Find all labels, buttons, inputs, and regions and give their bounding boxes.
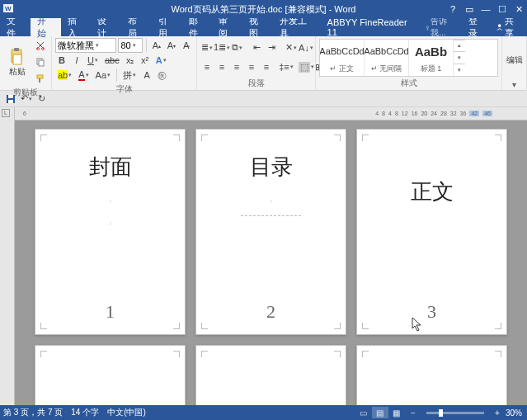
page-2[interactable]: 目录 ⁞ 2 [195,129,346,335]
clear-format-button[interactable]: A̶ [180,38,193,53]
ruler-tick: 4 [388,111,392,116]
page-4[interactable] [35,345,186,405]
status-page[interactable]: 第 3 页，共 7 页 [3,407,63,418]
underline-button[interactable]: U [85,53,101,68]
justify-button[interactable]: ≡ [245,59,258,74]
page-heading: 目录 [196,153,346,182]
view-web-button[interactable]: ▦ [388,407,405,418]
page-6[interactable] [356,345,507,405]
asian-layout-button[interactable]: ✕ [285,40,298,55]
tell-me[interactable]: ♀ 告诉我... [421,18,463,36]
page-3[interactable]: 正文 3 [356,129,507,335]
style-normal[interactable]: AaBbCcDd ↵ 正文 [320,40,365,76]
tab-references[interactable]: 引用 [152,18,182,36]
superscript-button[interactable]: x² [139,53,152,68]
page-heading: 正文 [357,177,506,206]
cut-button[interactable] [33,38,48,53]
italic-button[interactable]: I [70,53,83,68]
share-button[interactable]: 共享 [491,18,527,36]
bullets-button[interactable]: ≣ [200,40,214,55]
zoom-out-button[interactable]: − [405,407,421,418]
decrease-indent-button[interactable]: ⇤ [250,40,263,55]
style-nospacing[interactable]: AaBbCcDd ↵ 无间隔 [365,40,409,76]
tab-view[interactable]: 视图 [242,18,273,36]
group-paragraph-label: 段落 [200,77,312,90]
increase-indent-button[interactable]: ⇥ [265,40,278,55]
format-painter-button[interactable] [33,71,48,86]
workspace: L 6 4 8 4 8 12 16 20 24 28 32 36 42 46 封… [0,107,527,405]
shading-button[interactable]: ⬚ [299,59,313,74]
font-name-value: 微软雅黑 [58,40,94,52]
copy-button[interactable] [33,54,48,69]
login-button[interactable]: 登录 [463,18,491,36]
sort-button[interactable]: A↓ [299,40,313,55]
ruler-tick: 24 [431,111,437,116]
font-name-combo[interactable]: 微软雅黑▾ [55,38,116,53]
styles-gallery[interactable]: AaBbCcDd ↵ 正文 AaBbCcDd ↵ 无间隔 AaBb 标题 1 ▴… [319,39,498,77]
tab-selector[interactable]: L [2,109,10,117]
change-case-button[interactable]: Aa [93,68,113,83]
align-center-button[interactable]: ≡ [215,59,228,74]
zoom-in-button[interactable]: + [489,407,506,418]
page-number: 2 [196,301,346,323]
vertical-ruler[interactable]: L [0,107,15,405]
align-right-button[interactable]: ≡ [230,59,243,74]
page-1[interactable]: 封面 ⁞ ⁞ 1 [35,129,186,335]
paste-label: 粘贴 [9,66,26,78]
editing-menu[interactable]: 编辑 [506,51,523,66]
view-print-button[interactable]: ▤ [372,407,388,418]
phonetic-button[interactable]: 拼 [120,68,139,83]
gallery-up[interactable]: ▴ [454,40,465,52]
group-editing-label: ▾ [506,79,523,90]
zoom-slider[interactable] [426,412,484,414]
tab-home[interactable]: 开始 [31,18,61,36]
ruler-tick: 36 [460,111,467,116]
group-clipboard-label: 剪贴板 [3,86,48,99]
paragraph-mark: ⁞ [35,220,185,226]
shrink-font-button[interactable]: A▾ [165,38,178,53]
ruler-tick: 16 [412,111,418,116]
status-lang[interactable]: 中文(中国) [107,407,146,418]
ribbon-tabs: 文件 开始 插入 设计 布局 引用 邮件 审阅 视图 开发工具 ABBYY Fi… [0,18,527,36]
document-area[interactable]: 6 4 8 4 8 12 16 20 24 28 32 36 42 46 封面 … [15,107,527,405]
tab-file[interactable]: 文件 [0,18,31,36]
strike-button[interactable]: abc [102,53,122,68]
highlight-button[interactable]: ab [55,68,74,83]
tab-insert[interactable]: 插入 [61,18,92,36]
gallery-down[interactable]: ▾ [454,51,465,64]
tab-design[interactable]: 设计 [91,18,121,36]
group-paragraph: ≣ 1≣ ⧉ ⇤ ⇥ ✕ A↓ ≡ ≡ ≡ ≡ ≡ ‡≡ ⬚ ⊞ [197,36,316,90]
gallery-more[interactable]: ▾ [454,64,465,76]
svg-rect-9 [39,60,44,66]
paragraph-mark: ⁞ [196,198,346,204]
distribute-button[interactable]: ≡ [260,59,273,74]
numbering-button[interactable]: 1≣ [215,40,228,55]
tab-abbyy[interactable]: ABBYY FineReader 11 [321,18,421,36]
tab-review[interactable]: 审阅 [212,18,242,36]
grow-font-button[interactable]: A▴ [150,38,163,53]
style-name: ↵ 无间隔 [371,64,402,76]
bold-button[interactable]: B [55,53,68,68]
tab-layout[interactable]: 布局 [121,18,152,36]
horizontal-ruler[interactable]: 6 4 8 4 8 12 16 20 24 28 32 36 42 46 [15,107,527,120]
view-read-button[interactable]: ▭ [355,407,372,418]
zoom-level[interactable]: 30% [506,408,522,418]
paste-button[interactable]: 粘贴 [3,38,31,86]
multilevel-button[interactable]: ⧉ [230,40,243,55]
enclose-char-button[interactable]: ㊩ [155,68,169,83]
char-border-button[interactable]: A [140,68,153,83]
line-spacing-button[interactable]: ‡≡ [280,59,293,74]
tab-developer[interactable]: 开发工具 [273,18,321,36]
tab-mailings[interactable]: 邮件 [182,18,213,36]
page-5[interactable] [195,345,346,405]
svg-rect-4 [14,48,19,51]
zoom-thumb[interactable] [439,409,443,417]
text-effects-button[interactable]: A [153,53,169,68]
status-words[interactable]: 14 个字 [71,407,99,418]
align-left-button[interactable]: ≡ [200,59,214,74]
font-color-button[interactable]: A [76,68,91,83]
subscript-button[interactable]: x₂ [124,53,137,68]
style-heading1[interactable]: AaBb 标题 1 [409,40,454,76]
group-editing: 编辑 ▾ [502,36,527,90]
font-size-combo[interactable]: 80▾ [118,38,142,53]
